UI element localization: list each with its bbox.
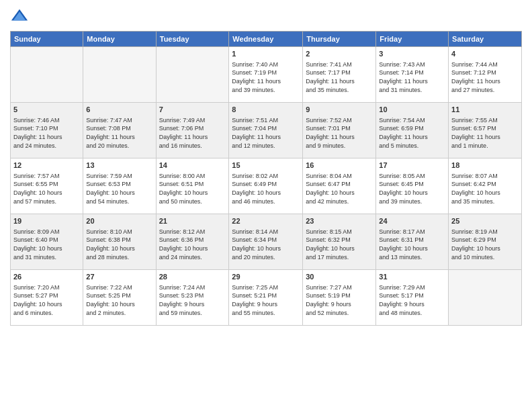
day-number: 16 [306,161,373,171]
day-number: 3 [379,49,445,59]
logo-icon [10,7,29,26]
day-number: 11 [451,105,519,115]
day-number: 28 [159,272,226,282]
day-info: Sunrise: 8:02 AM Sunset: 6:49 PM Dayligh… [232,172,300,205]
day-number: 15 [232,161,300,171]
calendar-day-24: 24Sunrise: 8:17 AM Sunset: 6:31 PM Dayli… [376,214,449,270]
day-info: Sunrise: 7:29 AM Sunset: 5:17 PM Dayligh… [379,283,445,317]
calendar-empty-cell [83,47,156,103]
day-info: Sunrise: 8:07 AM Sunset: 6:42 PM Dayligh… [451,172,519,205]
day-info: Sunrise: 7:41 AM Sunset: 7:17 PM Dayligh… [306,60,373,94]
calendar-day-10: 10Sunrise: 7:54 AM Sunset: 6:59 PM Dayli… [376,103,449,158]
calendar-table: SundayMondayTuesdayWednesdayThursdayFrid… [10,31,522,326]
day-info: Sunrise: 7:55 AM Sunset: 6:57 PM Dayligh… [451,116,519,150]
calendar-day-25: 25Sunrise: 8:19 AM Sunset: 6:29 PM Dayli… [449,214,522,270]
calendar-week-row: 19Sunrise: 8:09 AM Sunset: 6:40 PM Dayli… [11,214,522,270]
weekday-header-monday: Monday [83,32,156,47]
day-number: 12 [13,161,80,171]
day-number: 5 [13,105,80,115]
logo [10,7,32,26]
calendar-week-row: 26Sunrise: 7:20 AM Sunset: 5:27 PM Dayli… [11,270,522,326]
calendar-empty-cell [11,47,83,103]
day-info: Sunrise: 7:27 AM Sunset: 5:19 PM Dayligh… [306,283,373,317]
day-info: Sunrise: 7:54 AM Sunset: 6:59 PM Dayligh… [379,116,445,150]
weekday-header-friday: Friday [376,32,449,47]
day-number: 13 [86,161,152,171]
calendar-day-1: 1Sunrise: 7:40 AM Sunset: 7:19 PM Daylig… [229,47,303,103]
calendar-day-30: 30Sunrise: 7:27 AM Sunset: 5:19 PM Dayli… [303,270,376,326]
day-info: Sunrise: 8:12 AM Sunset: 6:36 PM Dayligh… [159,228,226,261]
day-info: Sunrise: 8:19 AM Sunset: 6:29 PM Dayligh… [451,228,519,261]
calendar-week-row: 5Sunrise: 7:46 AM Sunset: 7:10 PM Daylig… [11,103,522,158]
day-info: Sunrise: 7:24 AM Sunset: 5:23 PM Dayligh… [159,283,226,317]
day-number: 20 [86,216,152,226]
day-number: 25 [451,216,519,226]
calendar-day-17: 17Sunrise: 8:05 AM Sunset: 6:45 PM Dayli… [376,158,449,214]
day-info: Sunrise: 7:25 AM Sunset: 5:21 PM Dayligh… [232,283,300,317]
day-number: 27 [86,272,152,282]
weekday-header-saturday: Saturday [449,32,522,47]
day-number: 6 [86,105,152,115]
day-number: 7 [159,105,226,115]
calendar-day-6: 6Sunrise: 7:47 AM Sunset: 7:08 PM Daylig… [83,103,156,158]
day-info: Sunrise: 7:47 AM Sunset: 7:08 PM Dayligh… [86,116,152,150]
calendar-day-23: 23Sunrise: 8:15 AM Sunset: 6:32 PM Dayli… [303,214,376,270]
page-container: SundayMondayTuesdayWednesdayThursdayFrid… [0,0,532,329]
calendar-empty-cell [156,47,229,103]
calendar-day-4: 4Sunrise: 7:44 AM Sunset: 7:12 PM Daylig… [449,47,522,103]
day-info: Sunrise: 7:40 AM Sunset: 7:19 PM Dayligh… [232,60,300,94]
day-number: 19 [13,216,80,226]
calendar-day-11: 11Sunrise: 7:55 AM Sunset: 6:57 PM Dayli… [449,103,522,158]
weekday-header-wednesday: Wednesday [229,32,303,47]
day-info: Sunrise: 8:04 AM Sunset: 6:47 PM Dayligh… [306,172,373,205]
calendar-day-31: 31Sunrise: 7:29 AM Sunset: 5:17 PM Dayli… [376,270,449,326]
calendar-empty-cell [449,270,522,326]
calendar-week-row: 12Sunrise: 7:57 AM Sunset: 6:55 PM Dayli… [11,158,522,214]
calendar-day-21: 21Sunrise: 8:12 AM Sunset: 6:36 PM Dayli… [156,214,229,270]
day-number: 18 [451,161,519,171]
day-info: Sunrise: 8:14 AM Sunset: 6:34 PM Dayligh… [232,228,300,261]
calendar-day-19: 19Sunrise: 8:09 AM Sunset: 6:40 PM Dayli… [11,214,83,270]
weekday-header-sunday: Sunday [11,32,83,47]
day-number: 2 [306,49,373,59]
day-number: 29 [232,272,300,282]
day-number: 9 [306,105,373,115]
day-number: 30 [306,272,373,282]
day-number: 10 [379,105,445,115]
calendar-day-8: 8Sunrise: 7:51 AM Sunset: 7:04 PM Daylig… [229,103,303,158]
day-number: 1 [232,49,300,59]
day-info: Sunrise: 7:49 AM Sunset: 7:06 PM Dayligh… [159,116,226,150]
day-info: Sunrise: 8:10 AM Sunset: 6:38 PM Dayligh… [86,228,152,261]
calendar-week-row: 1Sunrise: 7:40 AM Sunset: 7:19 PM Daylig… [11,47,522,103]
day-info: Sunrise: 7:22 AM Sunset: 5:25 PM Dayligh… [86,283,152,317]
day-number: 14 [159,161,226,171]
day-info: Sunrise: 7:20 AM Sunset: 5:27 PM Dayligh… [13,283,80,317]
calendar-day-28: 28Sunrise: 7:24 AM Sunset: 5:23 PM Dayli… [156,270,229,326]
day-number: 17 [379,161,445,171]
day-info: Sunrise: 7:52 AM Sunset: 7:01 PM Dayligh… [306,116,373,150]
calendar-day-14: 14Sunrise: 8:00 AM Sunset: 6:51 PM Dayli… [156,158,229,214]
calendar-day-29: 29Sunrise: 7:25 AM Sunset: 5:21 PM Dayli… [229,270,303,326]
day-info: Sunrise: 8:15 AM Sunset: 6:32 PM Dayligh… [306,228,373,261]
calendar-day-2: 2Sunrise: 7:41 AM Sunset: 7:17 PM Daylig… [303,47,376,103]
calendar-day-5: 5Sunrise: 7:46 AM Sunset: 7:10 PM Daylig… [11,103,83,158]
day-number: 26 [13,272,80,282]
day-number: 22 [232,216,300,226]
calendar-day-26: 26Sunrise: 7:20 AM Sunset: 5:27 PM Dayli… [11,270,83,326]
weekday-header-row: SundayMondayTuesdayWednesdayThursdayFrid… [11,32,522,47]
day-number: 4 [451,49,519,59]
calendar-day-16: 16Sunrise: 8:04 AM Sunset: 6:47 PM Dayli… [303,158,376,214]
day-info: Sunrise: 7:44 AM Sunset: 7:12 PM Dayligh… [451,60,519,94]
calendar-day-3: 3Sunrise: 7:43 AM Sunset: 7:14 PM Daylig… [376,47,449,103]
calendar-day-22: 22Sunrise: 8:14 AM Sunset: 6:34 PM Dayli… [229,214,303,270]
header [10,7,522,26]
day-info: Sunrise: 7:46 AM Sunset: 7:10 PM Dayligh… [13,116,80,150]
day-info: Sunrise: 7:59 AM Sunset: 6:53 PM Dayligh… [86,172,152,205]
day-number: 24 [379,216,445,226]
calendar-day-18: 18Sunrise: 8:07 AM Sunset: 6:42 PM Dayli… [449,158,522,214]
calendar-day-12: 12Sunrise: 7:57 AM Sunset: 6:55 PM Dayli… [11,158,83,214]
day-info: Sunrise: 8:17 AM Sunset: 6:31 PM Dayligh… [379,228,445,261]
calendar-day-7: 7Sunrise: 7:49 AM Sunset: 7:06 PM Daylig… [156,103,229,158]
day-info: Sunrise: 7:51 AM Sunset: 7:04 PM Dayligh… [232,116,300,150]
day-number: 23 [306,216,373,226]
